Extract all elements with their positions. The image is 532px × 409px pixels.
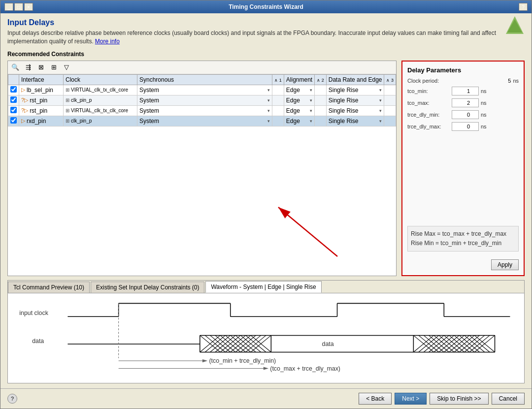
col-sort1[interactable]: ∧ 1 bbox=[272, 74, 284, 85]
row-alignment[interactable]: Edge▾ bbox=[284, 85, 314, 95]
tco-max-unit: ns bbox=[481, 100, 487, 106]
bottom-bar: ? < Back Next > Skip to Finish >> Cancel bbox=[0, 388, 532, 409]
close-button[interactable]: × bbox=[24, 3, 33, 11]
row-alignment[interactable]: Edge▾ bbox=[284, 116, 314, 126]
row-datarate[interactable]: Single Rise▾ bbox=[326, 116, 384, 126]
page-title: Input Delays bbox=[7, 18, 525, 27]
row-synchronous[interactable]: System▾ bbox=[137, 116, 272, 126]
filter-remove-button[interactable]: ⊠ bbox=[35, 63, 46, 72]
tco-min-label: tco_min: bbox=[407, 88, 452, 94]
trce-dly-max-label: trce_dly_max: bbox=[407, 124, 452, 129]
table-row: ?▷ rst_pin ⊞ clk_pin_p bbox=[8, 95, 396, 105]
help-icon[interactable]: ? bbox=[519, 3, 528, 11]
trce-dly-min-row: trce_dly_min: ns bbox=[407, 110, 519, 119]
minimize-button[interactable]: _ bbox=[4, 3, 13, 11]
next-button[interactable]: Next > bbox=[395, 393, 427, 405]
delay-params-panel: Delay Parameters Clock period: 5 ns tco_… bbox=[401, 61, 525, 276]
pin-q-icon: ?▷ bbox=[21, 97, 28, 103]
tco-min-unit: ns bbox=[481, 88, 487, 94]
row-clock: ⊞ clk_pin_p bbox=[64, 116, 137, 126]
table-row: ▷ rxd_pin ⊞ clk_pin_p bbox=[8, 116, 396, 126]
row-interface: ▷ rxd_pin bbox=[19, 116, 64, 126]
tabs-area: Tcl Command Preview (10) Existing Set In… bbox=[7, 280, 525, 383]
title-bar: _ □ × Timing Constraints Wizard ? bbox=[0, 0, 532, 13]
tab-waveform-content: input clock bbox=[8, 293, 524, 383]
col-header-clock: Clock bbox=[64, 74, 137, 85]
svg-marker-1 bbox=[507, 19, 522, 32]
delay-params-title: Delay Parameters bbox=[407, 66, 519, 74]
tab-waveform[interactable]: Waveform - System | Edge | Single Rise bbox=[205, 281, 321, 293]
tab-existing[interactable]: Existing Set Input Delay Constraints (0) bbox=[91, 282, 204, 293]
tco-max-annotation: (tco_max + trce_dly_max) bbox=[270, 365, 340, 372]
formula-rise-max: Rise Max = tco_max + trce_dly_max bbox=[411, 229, 515, 239]
tco-max-label: tco_max: bbox=[407, 100, 452, 106]
columns-button[interactable]: ⊞ bbox=[48, 63, 59, 72]
tab-tcl[interactable]: Tcl Command Preview (10) bbox=[8, 282, 90, 293]
search-button[interactable]: 🔍 bbox=[10, 63, 21, 72]
tco-min-input[interactable] bbox=[452, 87, 479, 95]
window-title: Timing Constraints Wizard bbox=[34, 3, 498, 10]
col-header-datarate: Data Rate and Edge bbox=[326, 74, 384, 85]
clock-icon: ⊞ bbox=[66, 118, 69, 124]
clock-period-label: Clock period: bbox=[407, 78, 452, 84]
row-synchronous[interactable]: System▾ bbox=[137, 95, 272, 105]
input-clock-label: input clock bbox=[19, 310, 48, 316]
trce-dly-max-input[interactable] bbox=[452, 122, 479, 131]
row-synchronous[interactable]: System▾ bbox=[137, 105, 272, 116]
trce-dly-min-input[interactable] bbox=[452, 110, 479, 119]
row-clock: ⊞ VIRTUAL_clk_tx_clk_core bbox=[64, 85, 137, 95]
row-interface: ?▷ rst_pin bbox=[19, 105, 64, 116]
cancel-button[interactable]: Cancel bbox=[492, 393, 525, 405]
row-checkbox[interactable] bbox=[8, 85, 19, 95]
waveform-display: input clock bbox=[15, 297, 517, 376]
trce-dly-min-label: trce_dly_min: bbox=[407, 112, 452, 118]
col-sort3[interactable]: ∧ 3 bbox=[384, 74, 396, 85]
trce-dly-min-unit: ns bbox=[481, 112, 487, 118]
clock-period-unit: ns bbox=[513, 78, 519, 84]
col-header-interface: Interface bbox=[19, 74, 64, 85]
tco-min-annotation: (tco_min + trce_dly_min) bbox=[209, 357, 276, 364]
row-datarate[interactable]: Single Rise▾ bbox=[326, 85, 384, 95]
clock-period-row: Clock period: 5 ns bbox=[407, 78, 519, 84]
col-header-alignment: Alignment bbox=[284, 74, 314, 85]
col-sort2[interactable]: ∧ 2 bbox=[315, 74, 327, 85]
tco-max-row: tco_max: ns bbox=[407, 98, 519, 107]
main-content: Input Delays Input delays describe relat… bbox=[0, 13, 532, 388]
data-label: data bbox=[32, 338, 44, 345]
more-info-link[interactable]: More info bbox=[95, 38, 120, 45]
tco-min-row: tco_min: ns bbox=[407, 87, 519, 95]
page-description: Input delays describe relative phase bet… bbox=[7, 29, 525, 46]
row-datarate[interactable]: Single Rise▾ bbox=[326, 95, 384, 105]
row-datarate[interactable]: Single Rise▾ bbox=[326, 105, 384, 116]
row-alignment[interactable]: Edge▾ bbox=[284, 95, 314, 105]
row-synchronous[interactable]: System▾ bbox=[137, 85, 272, 95]
main-area: 🔍 ⇶ ⊠ ⊞ ▽ Interface Clock S bbox=[7, 61, 525, 276]
clock-icon: ⊞ bbox=[66, 87, 69, 93]
col-header-synchronous: Synchronous bbox=[137, 74, 272, 85]
table-area: 🔍 ⇶ ⊠ ⊞ ▽ Interface Clock S bbox=[7, 61, 397, 276]
maximize-button[interactable]: □ bbox=[14, 3, 23, 11]
back-button[interactable]: < Back bbox=[359, 393, 392, 405]
pin-q-icon: ?▷ bbox=[21, 107, 28, 114]
row-clock: ⊞ clk_pin_p bbox=[64, 95, 137, 105]
formula-box: Rise Max = tco_max + trce_dly_max Rise M… bbox=[407, 226, 519, 252]
skip-to-finish-button[interactable]: Skip to Finish >> bbox=[430, 393, 488, 405]
filter-button[interactable]: ▽ bbox=[61, 63, 72, 72]
row-checkbox[interactable] bbox=[8, 95, 19, 105]
clock-icon: ⊞ bbox=[66, 108, 69, 113]
main-window: _ □ × Timing Constraints Wizard ? Input … bbox=[0, 0, 532, 409]
trce-dly-max-unit: ns bbox=[481, 124, 487, 129]
tco-max-input[interactable] bbox=[452, 98, 479, 107]
row-clock: ⊞ VIRTUAL_clk_tx_clk_core bbox=[64, 105, 137, 116]
clock-icon: ⊞ bbox=[66, 97, 69, 103]
pin-icon: ▷ bbox=[21, 87, 25, 93]
row-checkbox[interactable] bbox=[8, 116, 19, 126]
row-checkbox[interactable] bbox=[8, 105, 19, 116]
help-button[interactable]: ? bbox=[7, 394, 17, 404]
row-alignment[interactable]: Edge▾ bbox=[284, 105, 314, 116]
row-interface: ▷ lb_sel_pin bbox=[19, 85, 64, 95]
apply-button[interactable]: Apply bbox=[491, 259, 519, 270]
trce-dly-max-row: trce_dly_max: ns bbox=[407, 122, 519, 131]
filter-by-button[interactable]: ⇶ bbox=[23, 63, 33, 72]
clock-period-value: 5 bbox=[452, 78, 511, 84]
